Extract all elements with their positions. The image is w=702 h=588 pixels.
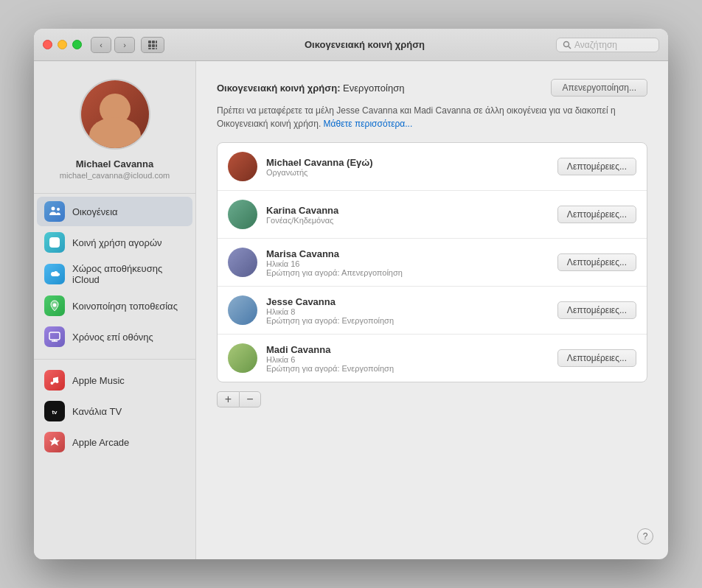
main-content: Michael Cavanna michael_cavanna@icloud.c…	[34, 61, 668, 559]
member-info-0: Michael Cavanna (Εγώ)Οργανωτής	[266, 157, 557, 177]
panel-title-status: Ενεργοποίηση	[343, 83, 404, 94]
purchases-icon: A	[44, 232, 65, 253]
search-box[interactable]: Αναζήτηση	[556, 38, 659, 52]
member-info-4: Madi CavannaΗλικία 6 Ερώτηση για αγορά: …	[266, 344, 557, 373]
sidebar-nav: ΟικογένειαAΚοινή χρήση αγορώνΧώρος αποθή…	[34, 197, 195, 353]
nav-buttons: ‹ ›	[91, 37, 135, 53]
member-avatar-4	[228, 343, 257, 373]
music-label: Apple Music	[72, 375, 125, 386]
member-name-0: Michael Cavanna (Εγώ)	[266, 157, 557, 168]
minimize-button[interactable]	[58, 40, 67, 49]
svg-point-20	[56, 380, 59, 383]
sidebar-apps: Apple MusictvΚανάλια TVApple Arcade	[34, 365, 195, 458]
panel-title: Οικογενειακή κοινή χρήση: Ενεργοποίηση	[217, 83, 404, 94]
member-row-4: Madi CavannaΗλικία 6 Ερώτηση για αγορά: …	[218, 335, 647, 382]
panel-subtitle-text: Πρέπει να μεταφέρετε τα μέλη Jesse Cavan…	[217, 105, 616, 129]
svg-point-19	[51, 382, 54, 385]
close-button[interactable]	[43, 40, 52, 49]
member-role-2: Ηλικία 16 Ερώτηση για αγορά: Απενεργοποί…	[266, 259, 557, 277]
svg-point-11	[52, 207, 55, 211]
details-button-2[interactable]: Λεπτομέρειες...	[557, 253, 636, 271]
member-role-1: Γονέας/Κηδεμόνας	[266, 216, 557, 225]
location-label: Κοινοποίηση τοποθεσίας	[72, 301, 178, 312]
icloud-icon	[44, 264, 65, 284]
main-window: ‹ › Οικογενειακή κοινή χρήση Αναζήτησ	[34, 29, 668, 559]
sidebar-item-screentime[interactable]: Χρόνος επί οθόνης	[37, 322, 192, 351]
maximize-button[interactable]	[72, 40, 82, 49]
member-name-2: Marisa Cavanna	[266, 248, 557, 259]
right-panel: Οικογενειακή κοινή χρήση: Ενεργοποίηση Α…	[196, 61, 668, 559]
grid-button[interactable]	[141, 37, 164, 53]
svg-rect-5	[156, 44, 157, 47]
svg-text:tv: tv	[52, 409, 58, 416]
add-member-button[interactable]: +	[217, 391, 239, 407]
title-bar: ‹ › Οικογενειακή κοινή χρήση Αναζήτησ	[34, 29, 668, 61]
sidebar-section-divider	[34, 359, 195, 360]
forward-button[interactable]: ›	[114, 37, 135, 53]
back-button[interactable]: ‹	[91, 37, 111, 53]
purchases-label: Κοινή χρήση αγορών	[72, 237, 162, 248]
search-icon	[563, 41, 571, 49]
details-button-1[interactable]: Λεπτομέρειες...	[557, 206, 636, 223]
member-role-3: Ηλικία 8 Ερώτηση για αγορά: Ενεργοποίηση	[266, 307, 557, 325]
sidebar-item-icloud[interactable]: Χώρος αποθήκευσης iCloud	[37, 259, 192, 290]
details-button-4[interactable]: Λεπτομέρειες...	[557, 349, 636, 367]
member-name-1: Karina Cavanna	[266, 205, 557, 216]
member-name-4: Madi Cavanna	[266, 344, 557, 355]
details-button-3[interactable]: Λεπτομέρειες...	[557, 301, 636, 319]
member-row-3: Jesse CavannaΗλικία 8 Ερώτηση για αγορά:…	[218, 287, 647, 335]
tv-label: Κανάλια TV	[72, 406, 122, 417]
sidebar-divider-top	[34, 193, 195, 194]
avatar-body	[89, 117, 141, 148]
avatar-image	[81, 80, 149, 148]
grid-icon	[147, 40, 158, 50]
right-panel-wrapper: Οικογενειακή κοινή χρήση: Ενεργοποίηση Α…	[196, 61, 668, 559]
help-button[interactable]: ?	[637, 528, 653, 545]
svg-line-10	[569, 46, 571, 49]
user-name: Michael Cavanna	[76, 158, 154, 169]
svg-rect-6	[148, 48, 151, 49]
member-avatar-3	[228, 295, 257, 325]
user-email: michael_cavanna@icloud.com	[60, 171, 170, 180]
member-avatar-1	[228, 200, 257, 229]
family-label: Οικογένεια	[72, 206, 118, 217]
screentime-icon	[44, 326, 65, 347]
sidebar-item-purchases[interactable]: AΚοινή χρήση αγορών	[37, 228, 192, 257]
icloud-label: Χώρος αποθήκευσης iCloud	[72, 263, 185, 285]
location-icon	[44, 295, 65, 316]
sidebar-item-location[interactable]: Κοινοποίηση τοποθεσίας	[37, 291, 192, 321]
svg-point-12	[57, 208, 60, 211]
traffic-lights	[43, 40, 82, 49]
member-avatar-2	[228, 248, 257, 277]
svg-rect-4	[152, 44, 155, 47]
disable-button[interactable]: Απενεργοποίηση...	[551, 79, 647, 97]
svg-text:A: A	[52, 239, 58, 247]
window-title: Οικογενειακή κοινή χρήση	[173, 39, 556, 50]
sidebar-item-tv[interactable]: tvΚανάλια TV	[37, 396, 192, 426]
remove-member-button[interactable]: −	[239, 391, 261, 407]
member-role-0: Οργανωτής	[266, 168, 557, 177]
screentime-label: Χρόνος επί οθόνης	[72, 332, 153, 343]
sidebar-item-music[interactable]: Apple Music	[37, 365, 192, 395]
learn-more-link[interactable]: Μάθετε περισσότερα...	[324, 119, 413, 129]
family-icon	[44, 201, 65, 222]
svg-rect-2	[156, 41, 157, 43]
member-avatar-0	[228, 152, 257, 181]
music-icon	[44, 370, 65, 391]
sidebar: Michael Cavanna michael_cavanna@icloud.c…	[34, 61, 196, 559]
sidebar-item-family[interactable]: Οικογένεια	[37, 197, 192, 226]
member-row-1: Karina CavannaΓονέας/ΚηδεμόναςΛεπτομέρει…	[218, 191, 647, 239]
svg-rect-0	[148, 41, 151, 43]
details-button-0[interactable]: Λεπτομέρειες...	[557, 158, 636, 175]
member-role-4: Ηλικία 6 Ερώτηση για αγορά: Ενεργοποίηση	[266, 355, 557, 373]
avatar	[80, 79, 150, 150]
panel-header: Οικογενειακή κοινή χρήση: Ενεργοποίηση Α…	[217, 79, 647, 97]
member-info-2: Marisa CavannaΗλικία 16 Ερώτηση για αγορ…	[266, 248, 557, 277]
member-info-1: Karina CavannaΓονέας/Κηδεμόνας	[266, 205, 557, 225]
sidebar-item-arcade[interactable]: Apple Arcade	[37, 427, 192, 457]
svg-point-9	[564, 41, 569, 46]
members-table: Michael Cavanna (Εγώ)ΟργανωτήςΛεπτομέρει…	[217, 142, 647, 382]
panel-subtitle: Πρέπει να μεταφέρετε τα μέλη Jesse Cavan…	[217, 104, 647, 130]
arcade-label: Apple Arcade	[72, 437, 129, 448]
tv-icon: tv	[44, 401, 65, 421]
